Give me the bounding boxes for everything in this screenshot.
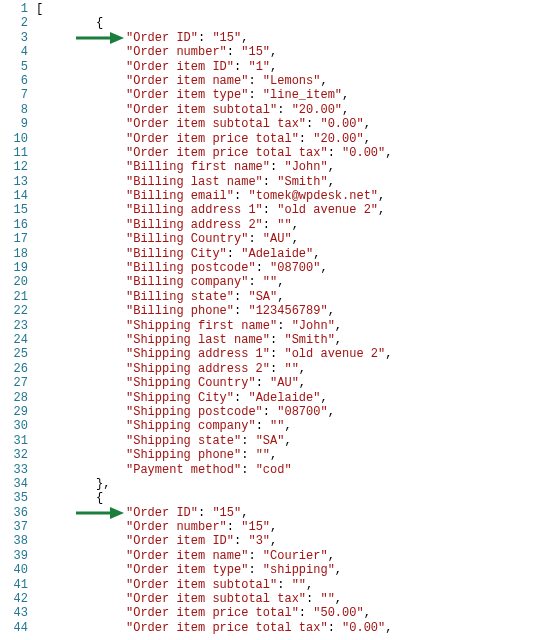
highlight-arrow-icon — [76, 506, 124, 520]
comma: , — [320, 391, 327, 405]
colon: : — [306, 117, 320, 131]
colon: : — [234, 60, 248, 74]
comma: , — [342, 88, 349, 102]
json-value: "" — [256, 448, 270, 462]
colon: : — [270, 362, 284, 376]
code-line: { — [36, 491, 540, 505]
json-key: "Order item type" — [126, 563, 248, 577]
json-value: "SA" — [248, 290, 277, 304]
json-key: "Order ID" — [126, 31, 198, 45]
code-line: "Billing address 1": "old avenue 2", — [36, 203, 540, 217]
comma: , — [320, 74, 327, 88]
colon: : — [198, 506, 212, 520]
json-key: "Billing City" — [126, 247, 227, 261]
line-number: 39 — [0, 549, 28, 563]
comma: , — [241, 506, 248, 520]
json-key: "Shipping state" — [126, 434, 241, 448]
line-number: 5 — [0, 60, 28, 74]
json-key: "Billing last name" — [126, 175, 263, 189]
json-key: "Order item price total" — [126, 132, 299, 146]
line-number: 12 — [0, 160, 28, 174]
colon: : — [234, 304, 248, 318]
colon: : — [248, 74, 262, 88]
json-key: "Order item name" — [126, 74, 248, 88]
comma: , — [364, 117, 371, 131]
json-key: "Shipping Country" — [126, 376, 256, 390]
code-line: "Billing email": "tomek@wpdesk.net", — [36, 189, 540, 203]
json-value: "0.00" — [342, 146, 385, 160]
json-key: "Billing first name" — [126, 160, 270, 174]
code-line: "Payment method": "cod" — [36, 463, 540, 477]
line-number: 1 — [0, 2, 28, 16]
line-number: 30 — [0, 419, 28, 433]
colon: : — [328, 621, 342, 635]
json-value: "shipping" — [263, 563, 335, 577]
code-line: "Shipping City": "Adelaide", — [36, 391, 540, 405]
code-line: "Order item type": "shipping", — [36, 563, 540, 577]
colon: : — [256, 376, 270, 390]
brace: }, — [96, 477, 110, 491]
line-number: 23 — [0, 319, 28, 333]
svg-marker-1 — [110, 32, 124, 44]
json-value: "John" — [284, 160, 327, 174]
json-key: "Billing address 1" — [126, 203, 263, 217]
json-value: "Smith" — [284, 333, 334, 347]
colon: : — [270, 160, 284, 174]
colon: : — [241, 463, 255, 477]
line-number: 32 — [0, 448, 28, 462]
json-value: "line_item" — [263, 88, 342, 102]
json-value: "0.00" — [320, 117, 363, 131]
comma: , — [270, 520, 277, 534]
colon: : — [270, 347, 284, 361]
code-area[interactable]: [{"Order ID": "15","Order number": "15",… — [36, 0, 540, 640]
comma: , — [328, 175, 335, 189]
code-line: "Shipping phone": "", — [36, 448, 540, 462]
json-value: "15" — [212, 31, 241, 45]
comma: , — [270, 448, 277, 462]
json-value: "1" — [248, 60, 270, 74]
line-number: 7 — [0, 88, 28, 102]
json-value: "08700" — [270, 261, 320, 275]
line-number: 35 — [0, 491, 28, 505]
code-line: "Order item type": "line_item", — [36, 88, 540, 102]
code-line: "Order item name": "Courier", — [36, 549, 540, 563]
json-value: "0.00" — [342, 621, 385, 635]
json-value: "old avenue 2" — [284, 347, 385, 361]
json-key: "Shipping City" — [126, 391, 234, 405]
line-number: 9 — [0, 117, 28, 131]
line-number: 27 — [0, 376, 28, 390]
code-line: "Order item price total": "20.00", — [36, 132, 540, 146]
colon: : — [256, 419, 270, 433]
json-value: "Lemons" — [263, 74, 321, 88]
code-line: "Shipping first name": "John", — [36, 319, 540, 333]
comma: , — [292, 218, 299, 232]
json-key: "Shipping first name" — [126, 319, 277, 333]
code-line: "Billing first name": "John", — [36, 160, 540, 174]
brace: { — [96, 491, 103, 505]
line-number: 44 — [0, 621, 28, 635]
code-line: "Shipping state": "SA", — [36, 434, 540, 448]
json-value: "SA" — [256, 434, 285, 448]
comma: , — [299, 376, 306, 390]
line-number: 43 — [0, 606, 28, 620]
json-value: "" — [263, 275, 277, 289]
code-line: "Shipping Country": "AU", — [36, 376, 540, 390]
comma: , — [270, 60, 277, 74]
json-key: "Order item name" — [126, 549, 248, 563]
colon: : — [263, 405, 277, 419]
json-value: "" — [320, 592, 334, 606]
code-line: "Shipping company": "", — [36, 419, 540, 433]
json-value: "" — [284, 362, 298, 376]
json-value: "50.00" — [313, 606, 363, 620]
code-line: "Shipping postcode": "08700", — [36, 405, 540, 419]
comma: , — [328, 304, 335, 318]
comma: , — [277, 275, 284, 289]
colon: : — [277, 319, 291, 333]
code-line: }, — [36, 477, 540, 491]
comma: , — [328, 160, 335, 174]
json-value: "AU" — [263, 232, 292, 246]
code-line: "Order item price total tax": "0.00", — [36, 621, 540, 635]
line-number: 34 — [0, 477, 28, 491]
json-value: "3" — [248, 534, 270, 548]
line-number: 14 — [0, 189, 28, 203]
